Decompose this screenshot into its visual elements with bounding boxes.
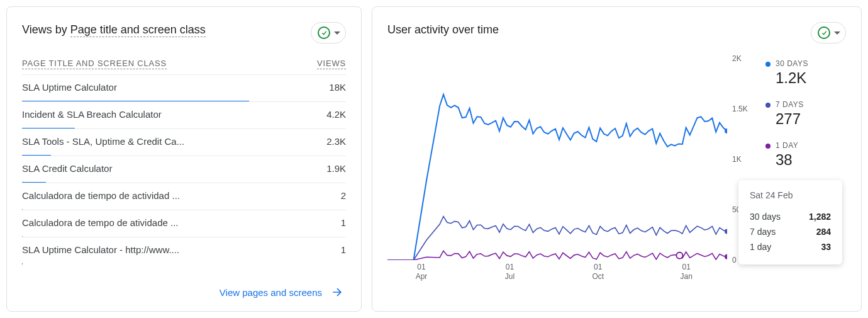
row-value: 18K: [329, 82, 346, 93]
y-tick: 1K: [732, 155, 742, 164]
title-by: by: [55, 23, 67, 36]
row-value: 1: [341, 217, 346, 228]
tooltip-date: Sat 24 Feb: [750, 190, 831, 200]
tooltip-row: 1 day33: [750, 239, 831, 254]
row-value: 4.2K: [326, 109, 346, 120]
footer-link-label: View pages and screens: [220, 287, 322, 298]
y-tick: 2K: [732, 54, 742, 63]
chart-area[interactable]: 01Apr01Jul01Oct01Jan: [387, 59, 727, 285]
row-label: SLA Uptime Calculator: [22, 82, 329, 93]
x-tick: 01Jan: [681, 263, 693, 281]
table-row[interactable]: SLA Uptime Calculator - http://www....1: [22, 237, 346, 264]
row-bar: [22, 263, 23, 264]
legend-label: 30 DAYS: [776, 59, 808, 68]
legend-label: 7 DAYS: [776, 100, 804, 109]
tooltip-value: 33: [821, 242, 831, 252]
legend-dot-icon: [765, 144, 771, 149]
x-tick: 01Apr: [416, 263, 428, 281]
check-circle-icon: [818, 26, 830, 39]
user-activity-card: User activity over time 01Apr01Jul01Oct0…: [372, 6, 862, 312]
status-dropdown[interactable]: [811, 22, 846, 43]
table-row[interactable]: Calculadora de tempo de atividade ...1: [22, 210, 346, 237]
tooltip-value: 1,282: [809, 212, 831, 222]
hover-marker: [676, 253, 682, 259]
tooltip-row: 30 days1,282: [750, 209, 831, 224]
chart-tooltip: Sat 24 Feb 30 days1,2827 days2841 day33: [738, 180, 842, 264]
views-by-page-card: Views by Page title and screen class PAG…: [6, 6, 362, 312]
tooltip-series: 30 days: [750, 212, 781, 222]
status-dropdown[interactable]: [311, 22, 346, 43]
row-label: SLA Credit Calculator: [22, 163, 326, 174]
legend-label: 1 DAY: [776, 141, 798, 150]
table-row[interactable]: SLA Tools - SLA, Uptime & Credit Ca...2.…: [22, 128, 346, 156]
tooltip-value: 284: [816, 227, 831, 237]
y-tick: 1.5K: [732, 105, 748, 113]
row-label: SLA Uptime Calculator - http://www....: [22, 244, 341, 255]
title-metric: Views: [22, 23, 52, 36]
legend-item[interactable]: 7 DAYS277: [765, 99, 808, 128]
legend-value: 277: [776, 110, 808, 128]
legend-dot-icon: [765, 103, 771, 108]
legend-item[interactable]: 1 DAY38: [765, 140, 808, 169]
tooltip-row: 7 days284: [750, 224, 831, 239]
col-header-views: VIEWS: [317, 59, 346, 69]
line-chart: [387, 59, 727, 260]
table-body: SLA Uptime Calculator18KIncident & SLA B…: [22, 74, 346, 264]
view-pages-link[interactable]: View pages and screens: [217, 281, 346, 304]
series-line: [387, 217, 727, 260]
x-axis: 01Apr01Jul01Oct01Jan: [387, 260, 727, 285]
table-row[interactable]: Incident & SLA Breach Calculator4.2K: [22, 101, 346, 128]
check-circle-icon: [318, 26, 330, 39]
y-tick: 0: [732, 256, 737, 264]
card-title: User activity over time: [387, 22, 811, 37]
row-value: 1: [341, 244, 346, 255]
row-value: 2: [341, 190, 346, 201]
series-line: [387, 94, 727, 260]
legend-value: 1.2K: [776, 69, 808, 87]
x-tick: 01Oct: [592, 263, 604, 281]
x-tick: 01Jul: [505, 263, 515, 281]
row-value: 2.3K: [326, 136, 346, 147]
caret-down-icon: [834, 31, 840, 35]
tooltip-series: 7 days: [750, 227, 776, 237]
row-label: Calculadora de tempo de atividade ...: [22, 217, 341, 228]
row-value: 1.9K: [326, 163, 346, 174]
arrow-right-icon: [331, 286, 343, 298]
row-label: SLA Tools - SLA, Uptime & Credit Ca...: [22, 136, 326, 147]
caret-down-icon: [334, 31, 340, 35]
card-title: Views by Page title and screen class: [22, 22, 311, 37]
legend-dot-icon: [765, 62, 771, 67]
table-header: PAGE TITLE AND SCREEN CLASS VIEWS: [22, 59, 346, 74]
legend-item[interactable]: 30 DAYS1.2K: [765, 59, 808, 87]
legend-value: 38: [776, 151, 808, 169]
table-row[interactable]: SLA Uptime Calculator18K: [22, 74, 346, 101]
card-header: Views by Page title and screen class: [22, 22, 346, 43]
table-row[interactable]: Calculadora de tiempo de actividad ...2: [22, 183, 346, 210]
table-row[interactable]: SLA Credit Calculator1.9K: [22, 156, 346, 183]
row-label: Calculadora de tiempo de actividad ...: [22, 190, 341, 201]
row-label: Incident & SLA Breach Calculator: [22, 109, 326, 120]
card-header: User activity over time: [387, 22, 846, 43]
col-header-page: PAGE TITLE AND SCREEN CLASS: [22, 59, 167, 69]
title-dimension[interactable]: Page title and screen class: [70, 23, 206, 37]
tooltip-series: 1 day: [750, 242, 771, 252]
